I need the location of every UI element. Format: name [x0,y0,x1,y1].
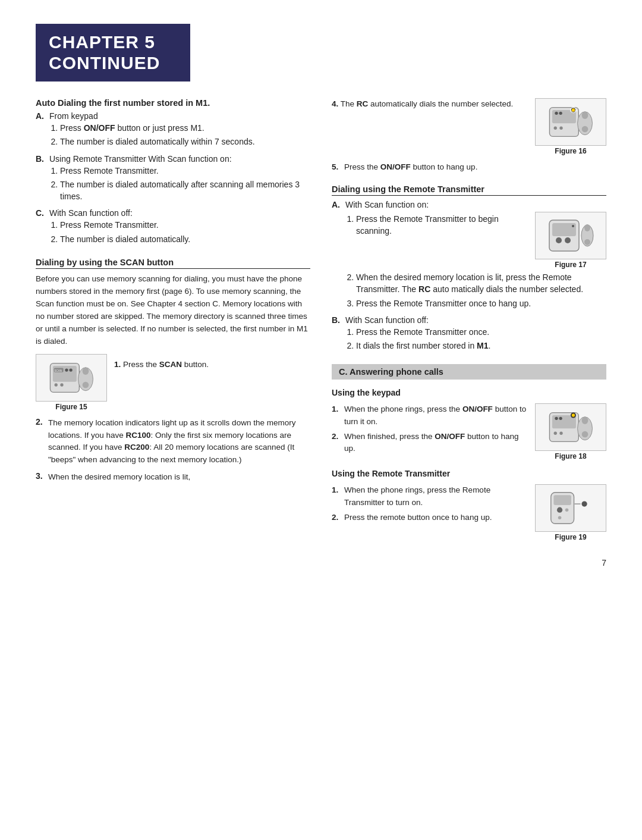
figure18-box [535,403,606,451]
part-c-label: With Scan function off: [49,208,133,218]
list-item: Press Remote Transmitter. [60,165,310,177]
list-item: It dials the first number stored in M1. [356,340,606,352]
svg-point-36 [572,414,575,417]
step5-row: 5. Press the ON/OFF button to hang up. [332,161,606,174]
svg-point-40 [582,417,588,424]
rt-part-b: B. With Scan function off: Press the Rem… [332,315,606,354]
svg-point-13 [555,112,558,115]
figure17-box [535,212,606,259]
svg-point-7 [60,383,63,386]
figure16-svg: ON/OFF [547,104,594,140]
figure16-label: Figure 16 [555,147,586,155]
svg-point-41 [582,431,588,438]
svg-point-10 [83,381,89,388]
part-b-steps: Press Remote Transmitter. The number is … [60,165,310,203]
svg-point-46 [558,516,562,520]
rt-part-b-content: With Scan function off: Press the Remote… [345,315,606,354]
part-b-label: Using Remote Transmitter With Scan funct… [49,154,232,164]
svg-rect-43 [553,496,571,506]
rt-part-a: A. With Scan function on: Press the Remo… [332,200,606,311]
figure15-wrap: SCAN Figure 15 [36,354,107,411]
figure17-svg [547,218,594,253]
page-number: 7 [36,558,606,568]
part-a-label: From keypad [49,111,98,121]
list-item: Press Remote Transmitter. [60,219,310,231]
figure15-svg: SCAN [48,360,95,396]
rt-part-b-steps: Press the Remote Transmitter once. It di… [356,326,606,352]
list-item: The number is dialed automatically. [60,233,310,245]
svg-point-37 [554,432,557,435]
scan-step2-num: 2. [36,417,45,467]
figure18-wrap: Figure 18 [535,403,606,460]
svg-point-17 [554,127,557,130]
rt-step1-text: When the phone rings, press the Remote T… [344,484,528,509]
figure15-label: Figure 15 [55,403,87,411]
part-c-item: C. With Scan function off: Press Remote … [36,208,310,247]
svg-point-14 [559,112,562,115]
figure19-wrap: Figure 19 [535,484,606,541]
step5-num: 5. [332,161,341,174]
scan-step1-text: 1. Press the SCAN button. [114,354,209,371]
svg-point-29 [584,224,590,231]
svg-point-34 [559,417,562,420]
svg-point-4 [65,368,68,371]
list-item: Press the Remote Transmitter once. [356,326,606,338]
left-column: Auto Dialing the first number stored in … [36,98,310,547]
list-item: The number is dialed automatically withi… [60,136,310,148]
svg-point-25 [556,237,562,243]
scan-body-text: Before you can use memory scanning for d… [36,273,310,348]
part-a-item: A. From keypad Press ON/OFF button or ju… [36,111,310,150]
scan-step2: 2. The memory location indicators light … [36,417,310,467]
svg-text:SCAN: SCAN [55,369,62,372]
list-item: Press the Remote Transmitter to begin sc… [356,213,528,237]
keypad-heading: Using the keypad [332,388,606,397]
figure17-wrap: Figure 17 [535,212,606,269]
scan-step2-row: 2. The memory location indicators light … [36,417,310,467]
part-a-steps: Press ON/OFF button or just press M1. Th… [60,122,310,148]
figure19-label: Figure 19 [555,533,586,541]
rt-part-b-label: With Scan function off: [345,315,429,325]
svg-point-26 [565,237,571,243]
rt-part-b-letter: B. [332,315,342,354]
rt-part-a-letter: A. [332,200,342,311]
list-item: The number is dialed automatically after… [60,178,310,203]
rt-part-a-steps: Press the Remote Transmitter to begin sc… [356,213,528,239]
part-c-content: With Scan function off: Press Remote Tra… [49,208,310,247]
rt-part-a-content: With Scan function on: Press the Remote … [345,200,606,311]
svg-point-5 [69,368,72,371]
step5-text: Press the ON/OFF button to hang up. [344,161,477,174]
scan-section: Dialing by using the SCAN button Before … [36,258,310,484]
right-column: 4. The RC automatically dials the number… [332,98,606,547]
figure17-label: Figure 17 [555,261,586,269]
part-c-steps: Press Remote Transmitter. The number is … [60,219,310,245]
rt-part-a-steps-cont: When the desired memory location is lit,… [356,271,606,309]
rt-step2: 2. Press the remote button once to hang … [332,512,528,524]
keypad-figure-row: 1. When the phone rings, press the ON/OF… [332,403,606,460]
svg-point-6 [55,383,58,386]
section-c-header: C. Answering phone calls [332,364,606,380]
keypad-step2-text: When finished, press the ON/OFF button t… [344,431,528,455]
rt-steps: 1. When the phone rings, press the Remot… [332,484,528,524]
figure19-box [535,484,606,532]
rt-subheading: Using the Remote Transmitter [332,469,606,478]
figure16-wrap: ON/OFF Figure 16 [535,98,606,155]
list-item: When the desired memory location is lit,… [356,271,606,296]
svg-point-9 [83,367,89,374]
svg-point-33 [555,417,558,420]
svg-point-27 [572,225,574,227]
figure16-box: ON/OFF [535,98,606,146]
svg-point-45 [565,509,569,512]
auto-dialing-heading: Auto Dialing the first number stored in … [36,98,310,108]
keypad-steps: 1. When the phone rings, press the ON/OF… [332,403,528,455]
rt-step2-text: Press the remote button once to hang up. [344,512,492,524]
part-a-letter: A. [36,111,46,150]
scan-step3: 3. When the desired memory location is l… [36,471,310,484]
svg-point-22 [582,126,588,133]
scan-step3-text: When the desired memory location is lit, [48,471,190,484]
dialing-rt-heading: Dialing using the Remote Transmitter [332,184,606,196]
keypad-step1: 1. When the phone rings, press the ON/OF… [332,403,528,428]
scan-heading: Dialing by using the SCAN button [36,258,310,269]
rt-subsection: Using the Remote Transmitter 1. When the… [332,469,606,541]
figure15-box: SCAN [36,354,107,402]
step4-text: 4. The RC automatically dials the number… [332,98,528,111]
